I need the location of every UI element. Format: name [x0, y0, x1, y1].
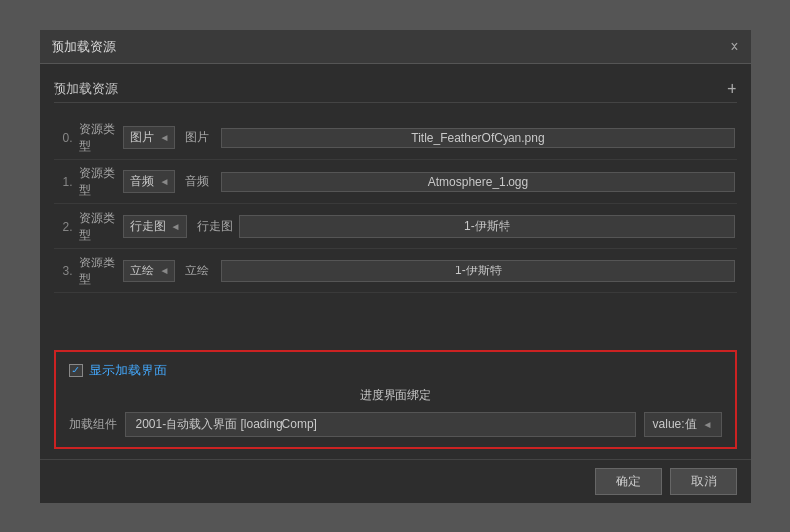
dialog-header: 预加载资源 × [40, 30, 751, 64]
row-label: 资源类型 [79, 255, 117, 288]
row-label: 资源类型 [79, 165, 117, 199]
add-button[interactable]: + [727, 80, 737, 98]
section-title: 预加载资源 [54, 80, 118, 98]
resource-list: 0. 资源类型 图片 ◄ 图片 Title_FeatherOfCyan.png … [54, 117, 737, 334]
row-type-select[interactable]: 行走图 ◄ [123, 215, 188, 238]
bottom-section: 显示加载界面 进度界面绑定 加载组件 2001-自动载入界面 [loadingC… [54, 350, 737, 449]
cancel-button[interactable]: 取消 [670, 468, 737, 495]
confirm-button[interactable]: 确定 [595, 468, 662, 495]
close-button[interactable]: × [730, 39, 738, 54]
dialog-body: 预加载资源 + 0. 资源类型 图片 ◄ 图片 Title_FeatherOfC… [40, 64, 751, 459]
loader-value-box[interactable]: value:值 ◄ [644, 412, 722, 437]
preload-dialog: 预加载资源 × 预加载资源 + 0. 资源类型 图片 ◄ 图片 Title_Fe… [39, 29, 752, 504]
row-type-value: 行走图 [130, 218, 166, 235]
row-type-arrow-icon: ◄ [160, 176, 169, 187]
row-type-arrow-icon: ◄ [171, 221, 181, 232]
table-row: 2. 资源类型 行走图 ◄ 行走图 1-伊斯特 [54, 206, 737, 249]
loader-comp-box[interactable]: 2001-自动载入界面 [loadingComp] [125, 412, 636, 437]
row-sub-label: 音频 [185, 173, 215, 190]
row-type-value: 图片 [130, 129, 154, 146]
row-type-arrow-icon: ◄ [160, 132, 169, 143]
table-row: 0. 资源类型 图片 ◄ 图片 Title_FeatherOfCyan.png [54, 117, 737, 160]
row-value-box[interactable]: 1-伊斯特 [239, 215, 734, 238]
section-header: 预加载资源 + [54, 74, 737, 107]
table-row: 3. 资源类型 立绘 ◄ 立绘 1-伊斯特 [54, 251, 737, 293]
row-sub-label: 行走图 [197, 218, 233, 235]
show-loading-row: 显示加载界面 [69, 362, 722, 379]
row-type-value: 立绘 [130, 263, 154, 279]
row-type-arrow-icon: ◄ [160, 266, 169, 276]
row-sub-label: 图片 [185, 129, 215, 146]
loader-arrow-icon: ◄ [703, 419, 713, 430]
dialog-title: 预加载资源 [52, 38, 116, 55]
row-index: 0. [56, 131, 73, 145]
row-type-select[interactable]: 图片 ◄ [123, 126, 176, 149]
row-type-select[interactable]: 音频 ◄ [123, 170, 176, 193]
loader-row: 加载组件 2001-自动载入界面 [loadingComp] value:值 ◄ [69, 412, 722, 437]
show-loading-checkbox[interactable] [69, 364, 83, 377]
row-sub-label: 立绘 [185, 263, 215, 279]
row-type-select[interactable]: 立绘 ◄ [123, 260, 176, 282]
loader-label: 加载组件 [69, 416, 117, 433]
row-index: 3. [56, 265, 73, 278]
show-loading-label[interactable]: 显示加载界面 [89, 362, 167, 379]
loader-value-label: value:值 [653, 416, 697, 433]
row-label: 资源类型 [79, 210, 117, 244]
progress-label-row: 进度界面绑定 [69, 387, 722, 404]
row-index: 1. [56, 175, 73, 189]
row-value-box[interactable]: Atmosphere_1.ogg [221, 172, 734, 192]
row-value-box[interactable]: 1-伊斯特 [221, 260, 734, 282]
progress-label: 进度界面绑定 [360, 388, 431, 402]
row-type-value: 音频 [130, 173, 154, 190]
row-value-box[interactable]: Title_FeatherOfCyan.png [221, 128, 734, 148]
table-row: 1. 资源类型 音频 ◄ 音频 Atmosphere_1.ogg [54, 161, 737, 204]
row-label: 资源类型 [79, 121, 117, 155]
dialog-footer: 确定 取消 [40, 459, 751, 503]
row-index: 2. [56, 220, 73, 234]
